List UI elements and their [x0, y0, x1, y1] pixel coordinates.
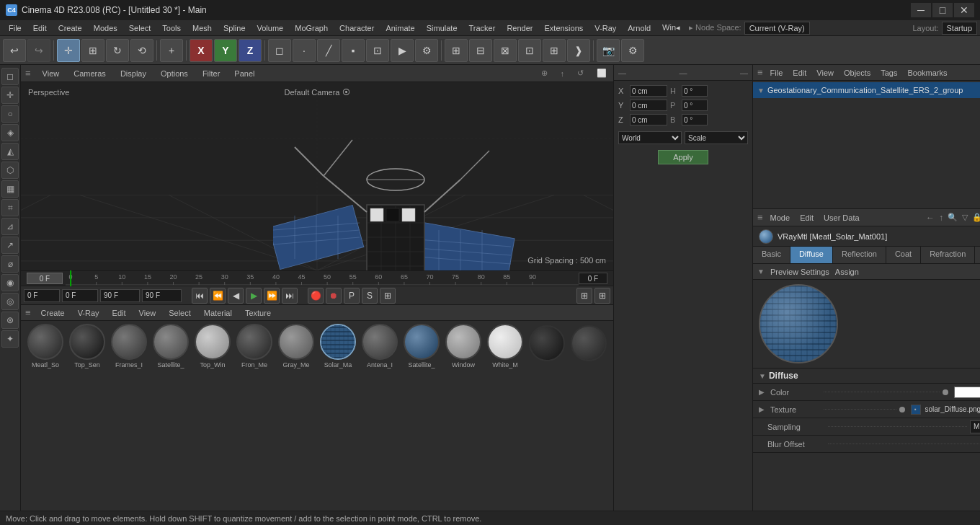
attr-edit-menu[interactable]: Edit — [797, 212, 816, 224]
left-btn-5[interactable]: ◭ — [1, 143, 19, 160]
left-btn-13[interactable]: ◎ — [1, 293, 19, 310]
uv-mode-button[interactable]: ⊡ — [366, 39, 389, 62]
mat-item-satellite1[interactable]: Satellite_ — [151, 324, 191, 369]
menu-spline[interactable]: Spline — [218, 22, 251, 34]
left-btn-14[interactable]: ⊛ — [1, 312, 19, 329]
obj-objects-menu[interactable]: Objects — [841, 67, 873, 79]
viewport[interactable]: Y Z X Perspective Default Camera ⦿ Grid … — [21, 82, 613, 270]
node-space-value[interactable]: Current (V-Ray) — [744, 22, 810, 35]
left-btn-1[interactable]: ◻ — [1, 68, 19, 85]
mat-item-topsen[interactable]: Top_Sen — [67, 324, 107, 369]
transform-tool[interactable]: ⟲ — [130, 39, 153, 62]
left-btn-10[interactable]: ↗ — [1, 237, 19, 254]
object-mode-button[interactable]: ◻ — [268, 39, 291, 62]
attr-lock-btn[interactable]: 🔒 — [972, 213, 980, 222]
redo-button[interactable]: ↪ — [27, 39, 50, 62]
new-object-button[interactable]: + — [160, 39, 183, 62]
menu-volume[interactable]: Volume — [251, 22, 290, 34]
menu-edit[interactable]: Edit — [27, 22, 53, 34]
edge-mode-button[interactable]: ╱ — [317, 39, 340, 62]
mat-item-frames[interactable]: Frames_I — [109, 324, 149, 369]
timeline-extra1[interactable]: ⊞ — [576, 288, 592, 304]
mat-vray-menu[interactable]: V-Ray — [75, 307, 102, 319]
menu-render[interactable]: Render — [501, 22, 538, 34]
menu-character[interactable]: Character — [334, 22, 380, 34]
left-btn-7[interactable]: ▦ — [1, 180, 19, 198]
timeline-frame-indicator[interactable]: 0 F — [27, 273, 63, 284]
next-frame-button[interactable]: ⏩ — [264, 288, 280, 304]
menu-select[interactable]: Select — [123, 22, 157, 34]
left-btn-15[interactable]: ✦ — [1, 330, 19, 348]
mat-item-grayme[interactable]: Gray_Me — [276, 324, 316, 369]
record-button[interactable]: ⏺ — [326, 288, 342, 304]
assign-label[interactable]: Assign — [835, 268, 859, 276]
minimize-button[interactable]: ─ — [911, 3, 931, 17]
mat-item-fronme[interactable]: Fron_Me — [234, 324, 275, 369]
mat-item-meatl[interactable]: Meatl_So — [25, 324, 66, 369]
left-btn-4[interactable]: ◈ — [1, 124, 19, 141]
tab-coat[interactable]: Coat — [886, 247, 921, 263]
menu-tracker[interactable]: Tracker — [463, 22, 502, 34]
mat-create-menu[interactable]: Create — [38, 307, 68, 319]
snap4-button[interactable]: ⊡ — [518, 39, 541, 62]
go-end-button[interactable]: ⏭ — [282, 288, 298, 304]
viewport-panel-menu[interactable]: Panel — [231, 68, 257, 79]
attr-userdata-menu[interactable]: User Data — [821, 212, 863, 224]
obj-bookmarks-menu[interactable]: Bookmarks — [905, 67, 950, 79]
play-button[interactable]: ▶ — [246, 288, 262, 304]
poly-mode-button[interactable]: ▪ — [342, 39, 365, 62]
coord-b-input[interactable] — [682, 114, 708, 125]
left-btn-6[interactable]: ⬡ — [1, 162, 19, 179]
mat-item-extra1[interactable] — [527, 325, 567, 361]
menu-tools[interactable]: Tools — [156, 22, 187, 34]
mat-item-solar[interactable]: Solar_Ma — [318, 324, 358, 369]
mat-edit-menu[interactable]: Edit — [110, 307, 129, 319]
render-settings-button[interactable]: ⚙ — [415, 39, 438, 62]
tab-basic[interactable]: Basic — [753, 247, 790, 263]
prev-frame-button[interactable]: ⏪ — [210, 288, 226, 304]
left-btn-8[interactable]: ⌗ — [1, 199, 19, 216]
current-frame-input[interactable] — [62, 289, 98, 302]
record-scale-button[interactable]: S — [362, 288, 378, 304]
y-axis-button[interactable]: Y — [214, 39, 237, 62]
undo-button[interactable]: ↩ — [3, 39, 26, 62]
snap6-button[interactable]: ❱ — [567, 39, 590, 62]
mat-material-menu[interactable]: Material — [201, 307, 235, 319]
menu-extensions[interactable]: Extensions — [538, 22, 589, 34]
sampling-select[interactable]: MIP — [970, 420, 980, 433]
viewport-filter-menu[interactable]: Filter — [200, 68, 223, 79]
obj-edit-menu[interactable]: Edit — [790, 67, 809, 79]
obj-menu-icon[interactable]: ≡ — [757, 67, 763, 78]
viewport-cameras-menu[interactable]: Cameras — [71, 68, 109, 79]
preview-settings-label[interactable]: Preview Settings — [770, 268, 829, 276]
world-dropdown[interactable]: World — [618, 131, 682, 144]
left-btn-12[interactable]: ◉ — [1, 274, 19, 291]
scale-tool[interactable]: ⊞ — [81, 39, 104, 62]
snap1-button[interactable]: ⊞ — [445, 39, 468, 62]
obj-tags-menu[interactable]: Tags — [878, 67, 900, 79]
coord-h-input[interactable] — [682, 85, 708, 97]
attr-search-btn[interactable]: 🔍 — [948, 213, 958, 222]
coord-z-input[interactable] — [630, 114, 667, 125]
go-start-button[interactable]: ⏮ — [192, 288, 208, 304]
close-button[interactable]: ✕ — [954, 3, 974, 17]
attr-filter-btn[interactable]: ▽ — [962, 213, 968, 222]
mat-item-topwin[interactable]: Top_Win — [192, 324, 233, 369]
left-btn-9[interactable]: ⊿ — [1, 218, 19, 235]
obj-item-satellite[interactable]: ▼ Geostationary_Communication_Satellite_… — [753, 82, 980, 98]
viewport-display-menu[interactable]: Display — [117, 68, 149, 79]
x-axis-button[interactable]: X — [190, 39, 213, 62]
viewport-options-menu[interactable]: Options — [158, 68, 191, 79]
viewport-nav4[interactable]: ⬜ — [594, 69, 609, 78]
point-mode-button[interactable]: · — [293, 39, 316, 62]
apply-button[interactable]: Apply — [658, 150, 708, 164]
color-swatch[interactable] — [954, 387, 980, 398]
move-tool[interactable]: ✛ — [57, 39, 80, 62]
menu-create[interactable]: Create — [53, 22, 88, 34]
tab-reflection[interactable]: Reflection — [833, 247, 886, 263]
menu-modes[interactable]: Modes — [88, 22, 123, 34]
obj-file-menu[interactable]: File — [767, 67, 786, 79]
record-param-button[interactable]: ⊞ — [380, 288, 396, 304]
record-mode-button[interactable]: 🔴 — [308, 288, 324, 304]
snap2-button[interactable]: ⊟ — [469, 39, 492, 62]
